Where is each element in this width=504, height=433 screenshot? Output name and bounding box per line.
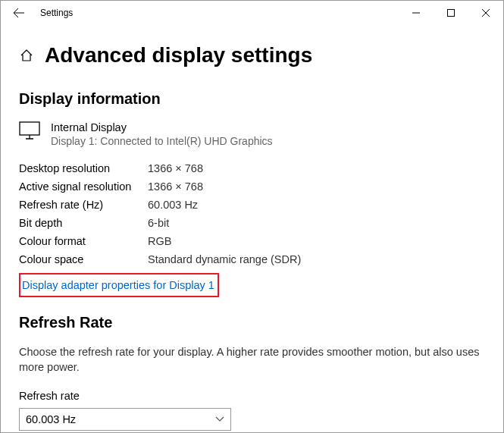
display-properties: Desktop resolution1366 × 768 Active sign… [19, 159, 485, 268]
home-icon [20, 49, 33, 62]
display-info-heading: Display information [19, 90, 485, 108]
display-name: Internal Display [51, 121, 273, 133]
prop-row: Bit depth6-bit [19, 214, 485, 232]
prop-label: Bit depth [19, 217, 148, 229]
prop-row: Active signal resolution1366 × 768 [19, 177, 485, 196]
prop-value: 1366 × 768 [148, 180, 203, 193]
refresh-rate-select[interactable]: 60.003 Hz [19, 408, 231, 431]
prop-label: Colour format [19, 235, 148, 247]
page-header: Advanced display settings [19, 43, 485, 67]
prop-label: Desktop resolution [19, 162, 148, 174]
back-button[interactable] [7, 1, 31, 25]
prop-value: 60.003 Hz [148, 199, 198, 211]
refresh-rate-label: Refresh rate [19, 390, 485, 402]
prop-label: Colour space [19, 253, 148, 265]
chevron-down-icon [215, 416, 224, 422]
svg-rect-1 [20, 122, 39, 135]
prop-row: Colour spaceStandard dynamic range (SDR) [19, 250, 485, 268]
maximize-button[interactable] [434, 1, 468, 25]
home-button[interactable] [19, 48, 34, 63]
prop-label: Active signal resolution [19, 180, 148, 193]
arrow-left-icon [13, 7, 25, 19]
titlebar: Settings [1, 1, 503, 25]
window-controls [399, 1, 503, 25]
display-adapter-link[interactable]: Display adapter properties for Display 1 [20, 275, 218, 296]
svg-rect-0 [448, 10, 455, 17]
highlight-annotation: Display adapter properties for Display 1 [19, 273, 219, 297]
refresh-rate-heading: Refresh Rate [19, 314, 485, 331]
minimize-icon [412, 9, 420, 17]
prop-value: RGB [148, 235, 171, 247]
display-subtitle: Display 1: Connected to Intel(R) UHD Gra… [51, 135, 273, 147]
window-title: Settings [40, 8, 73, 18]
refresh-rate-description: Choose the refresh rate for your display… [19, 345, 485, 375]
maximize-icon [447, 9, 455, 17]
prop-value: 6-bit [148, 217, 169, 229]
prop-row: Desktop resolution1366 × 768 [19, 159, 485, 177]
prop-label: Refresh rate (Hz) [19, 199, 148, 211]
prop-row: Colour formatRGB [19, 232, 485, 250]
prop-value: 1366 × 768 [148, 162, 203, 174]
prop-value: Standard dynamic range (SDR) [148, 253, 301, 265]
monitor-icon [19, 121, 40, 140]
minimize-button[interactable] [399, 1, 434, 25]
close-icon [482, 9, 490, 17]
close-button[interactable] [468, 1, 503, 25]
prop-row: Refresh rate (Hz)60.003 Hz [19, 196, 485, 214]
page-title: Advanced display settings [45, 43, 312, 67]
refresh-rate-selected: 60.003 Hz [26, 413, 76, 425]
content: Advanced display settings Display inform… [1, 25, 503, 431]
display-summary: Internal Display Display 1: Connected to… [19, 121, 485, 147]
